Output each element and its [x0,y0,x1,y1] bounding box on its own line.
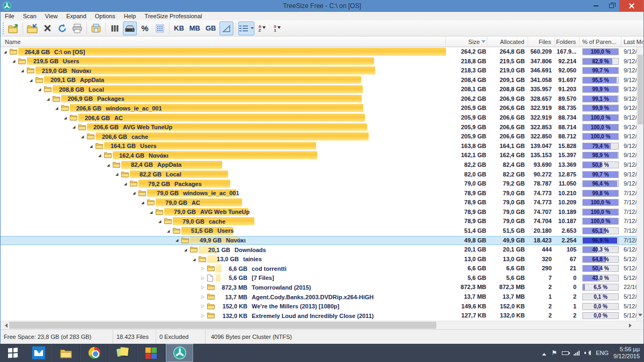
tree-row[interactable]: ◢ 82,4 GB AppData 82,2 GB 82,4 GB 93.690… [1,160,643,170]
sort-alpha-button[interactable]: AZ [255,21,269,35]
tree-row[interactable]: ▷ 5,6 GB [7 Files] 5,6 GB 5,6 GB 7 0 43,… [1,274,643,283]
refresh-button[interactable] [55,21,69,35]
cell-percent-of-parent: 100,0 % [580,132,621,142]
tree-row[interactable]: ◢ 208,8 GB Local 208,1 GB 208,8 GB 335.9… [1,85,643,94]
tree-row[interactable]: ◢ 20,1 GB Downloads 20,1 GB 20,1 GB 444 … [1,245,643,255]
column-size[interactable]: Size [446,36,487,47]
cell-allocated: 219,0 GB [487,66,528,76]
stop-scan-button[interactable] [40,21,54,35]
size-view-button[interactable] [123,21,137,35]
scan-directory-button[interactable] [25,21,39,35]
bar-chart-view-button[interactable] [108,21,122,35]
toolbar: % KB MB GB [1,20,643,36]
tree-row[interactable]: ◢ 206,6 GB AC 205,9 GB 206,6 GB 322.919 … [1,113,643,123]
clock[interactable]: 5:56 μμ 9/12/2015 [613,346,640,360]
horizontal-scroll-thumb[interactable] [9,322,436,329]
menu-scan[interactable]: Scan [19,12,41,20]
taskbar-cubes-button[interactable] [137,344,165,362]
tree-row[interactable]: ◢ 79,0 GB cache 78,9 GB 79,0 GB 74.704 1… [1,217,643,226]
tree-row[interactable]: ◢ 264,8 GB C:\ on [OS] 264,2 GB 264,8 GB… [1,47,643,57]
horizontal-scrollbar[interactable] [1,321,643,329]
export-button[interactable] [89,21,103,35]
column-allocated[interactable]: Allocated [487,36,528,47]
menu-options[interactable]: Options [91,12,120,20]
select-directory-button[interactable] [6,21,20,35]
menu-treesize-professional[interactable]: TreeSize Professional [140,12,206,20]
tree-row[interactable]: ◢ 219,5 GB Users 218,8 GB 219,5 GB 347.8… [1,57,643,67]
taskbar-mail-button[interactable] [26,344,52,362]
print-button[interactable] [70,21,84,35]
details-view-button[interactable] [238,21,254,35]
column-folders[interactable]: Folders [555,36,580,47]
tree-row[interactable]: ▷ 132,0 KB Extremely Loud and Incredibly… [1,311,643,321]
tree-row[interactable]: ◢ 79,0 GB windows_ie_ac_001 78,9 GB 79,0… [1,189,643,198]
cell-percent-of-parent: 0,0 % [580,302,621,312]
tree-row[interactable]: ◢ 206,6 GB windows_ie_ac_001 205,9 GB 20… [1,104,643,113]
tree-row[interactable]: ◢ 79,0 GB AVG Web TuneUp 78,9 GB 79,0 GB… [1,208,643,217]
network-signal-icon[interactable] [574,351,580,356]
hard-drive-icon [125,24,135,32]
language-indicator[interactable]: ENG [596,350,609,356]
menu-file[interactable]: File [1,12,19,20]
file-ages-view-button[interactable] [153,21,167,35]
node-name: cache [131,134,148,140]
action-center-flag-icon[interactable]: ⚑ [551,349,557,357]
scroll-down-icon[interactable] [638,314,642,319]
windows-logo-icon [8,348,18,358]
vertical-scrollbar[interactable] [636,47,643,321]
scan-folder-icon [27,24,38,33]
start-button[interactable] [0,344,26,362]
node-name: Νανάκι [149,152,169,159]
sort-numeric-button[interactable]: 91 [270,21,284,35]
tree-row[interactable]: ◢ 51,5 GB Users 51,4 GB 51,5 GB 20.180 2… [1,226,643,236]
window-title: TreeSize Free - C:\ on [OS] [1,2,643,10]
cell-size: 79,0 GB [446,179,487,189]
tree-row[interactable]: ◢ 219,0 GB Νανάκι 218,3 GB 219,0 GB 346.… [1,66,643,76]
menu-help[interactable]: Help [120,12,141,20]
tree-row[interactable]: ◢ 206,6 GB cache 205,9 GB 206,6 GB 322.8… [1,132,643,142]
tree-row[interactable]: ▷ 152,0 KB We're the Millers (2013) [108… [1,302,643,312]
percent-bar: 100,0 % [582,209,619,216]
tree-row[interactable]: ◢ 82,2 GB Local 82,0 GB 82,2 GB 90.272 1… [1,170,643,180]
tray-expand-icon[interactable] [542,351,546,356]
taskbar-explorer-button[interactable] [52,344,80,362]
percent-view-button[interactable]: % [138,21,152,35]
tree-row[interactable]: ▷ 6,6 GB cod torrentti 6,6 GB 6,6 GB 290… [1,264,643,274]
column-files[interactable]: Files [528,36,555,47]
gradient-bar-view-button[interactable] [219,21,233,35]
node-name: [7 Files] [252,275,274,281]
volume-icon[interactable] [584,350,591,356]
cell-size: 78,9 GB [446,217,487,226]
kb-units-button[interactable]: KB [172,21,186,35]
tree-row[interactable]: ▷ 872,3 MB Tomorrowland (2015) 872,3 MB … [1,283,643,292]
column-percent-of-parent[interactable]: % of Paren... [580,36,621,47]
gb-units-button[interactable]: GB [203,21,218,35]
details-view-dropdown-icon[interactable] [251,27,254,31]
column-name[interactable]: Name [1,36,446,47]
tree-row[interactable]: ▷ 13,7 MB Agent.Cody.Banks.2003.DVDRip.x… [1,292,643,302]
tree-row[interactable]: ◢ 162,4 GB Νανάκι 162,1 GB 162,4 GB 135.… [1,151,643,160]
menu-expand[interactable]: Expand [62,12,90,20]
menu-view[interactable]: View [41,12,62,20]
tree-row[interactable]: ◢ 209,1 GB AppData 208,4 GB 209,1 GB 341… [1,76,643,85]
cell-allocated: 82,4 GB [487,160,528,170]
cell-folders: 88.712 [555,132,580,142]
tree-row[interactable]: ◢ 13,0 GB tainies 13,0 GB 13,0 GB 320 67… [1,255,643,264]
tree-row[interactable]: ◢ 206,6 GB AVG Web TuneUp 205,9 GB 206,6… [1,123,643,132]
tree-row[interactable]: ◢ 79,2 GB Packages 79,0 GB 79,2 GB 78.78… [1,179,643,189]
scroll-left-icon[interactable] [3,323,8,328]
battery-icon[interactable] [562,351,569,355]
tree-row[interactable]: ◢ 49,9 GB Νανάκι 49,8 GB 49,9 GB 18.423 … [1,236,643,246]
taskbar-chrome-button[interactable] [80,344,108,362]
vertical-scroll-thumb[interactable] [638,55,643,124]
taskbar-treesize-button[interactable] [165,344,194,362]
tree-row[interactable]: ◢ 164,1 GB Users 163,8 GB 164,1 GB 139.0… [1,142,643,151]
tree-row[interactable]: ◢ 206,9 GB Packages 206,2 GB 206,9 GB 32… [1,94,643,104]
mb-units-button[interactable]: MB [187,21,202,35]
taskbar-notes-button[interactable] [108,344,137,362]
tree-cell: ◢ 208,8 GB Local [1,85,446,94]
scroll-right-icon[interactable] [629,323,634,328]
tree-row[interactable]: ◢ 79,0 GB AC 78,9 GB 79,0 GB 74.773 10.2… [1,198,643,208]
toolbar-separator [169,23,170,34]
kb-label: KB [172,24,186,32]
